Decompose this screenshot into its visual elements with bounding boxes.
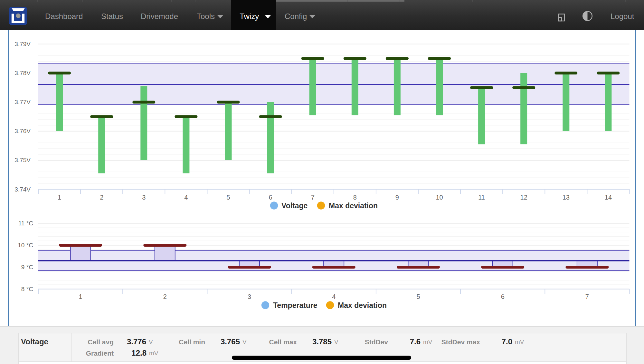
svg-text:8 °C: 8 °C bbox=[21, 286, 33, 292]
svg-text:11: 11 bbox=[478, 194, 485, 201]
svg-text:3.78V: 3.78V bbox=[14, 70, 31, 76]
svg-text:5: 5 bbox=[416, 293, 420, 300]
svg-text:3: 3 bbox=[248, 293, 251, 300]
svg-text:6: 6 bbox=[269, 194, 272, 201]
svg-text:8: 8 bbox=[353, 194, 357, 201]
svg-text:10: 10 bbox=[436, 194, 443, 201]
svg-text:1: 1 bbox=[79, 293, 82, 300]
svg-text:7: 7 bbox=[311, 194, 315, 201]
svg-text:10 °C: 10 °C bbox=[18, 242, 33, 249]
svg-text:3.79V: 3.79V bbox=[14, 41, 31, 47]
svg-text:Max deviation: Max deviation bbox=[329, 202, 378, 210]
svg-text:4: 4 bbox=[184, 194, 188, 201]
svg-text:9: 9 bbox=[395, 194, 399, 201]
svg-text:3.76V: 3.76V bbox=[14, 128, 31, 134]
svg-text:Max deviation: Max deviation bbox=[338, 301, 387, 310]
svg-text:3.77V: 3.77V bbox=[14, 99, 31, 105]
svg-text:12: 12 bbox=[520, 194, 527, 201]
svg-text:7: 7 bbox=[585, 293, 589, 300]
svg-text:3.75V: 3.75V bbox=[14, 157, 31, 163]
svg-text:2: 2 bbox=[100, 194, 103, 201]
svg-text:4: 4 bbox=[332, 293, 336, 300]
svg-text:Voltage: Voltage bbox=[281, 202, 308, 210]
svg-text:9 °C: 9 °C bbox=[21, 264, 33, 271]
svg-text:3: 3 bbox=[142, 194, 146, 201]
svg-text:11 °C: 11 °C bbox=[18, 220, 33, 227]
svg-text:5: 5 bbox=[226, 194, 230, 201]
svg-text:14: 14 bbox=[605, 194, 612, 201]
svg-text:3.74V: 3.74V bbox=[14, 186, 31, 193]
svg-text:Temperature: Temperature bbox=[273, 301, 317, 310]
svg-text:2: 2 bbox=[163, 293, 167, 300]
svg-text:6: 6 bbox=[501, 293, 505, 300]
svg-text:1: 1 bbox=[58, 194, 61, 201]
svg-text:13: 13 bbox=[563, 194, 570, 201]
